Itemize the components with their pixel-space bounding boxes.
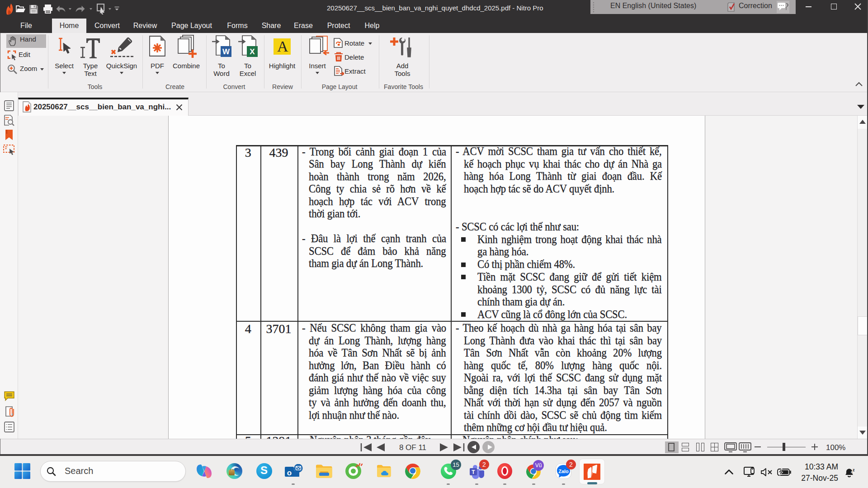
- svg-text:z: z: [851, 470, 853, 474]
- svg-text:X: X: [250, 47, 255, 56]
- svg-text:Zalo: Zalo: [558, 469, 569, 474]
- svg-text:W: W: [222, 47, 230, 56]
- svg-text:T: T: [472, 469, 475, 475]
- svg-text:o: o: [287, 469, 292, 477]
- svg-text:z: z: [853, 468, 855, 472]
